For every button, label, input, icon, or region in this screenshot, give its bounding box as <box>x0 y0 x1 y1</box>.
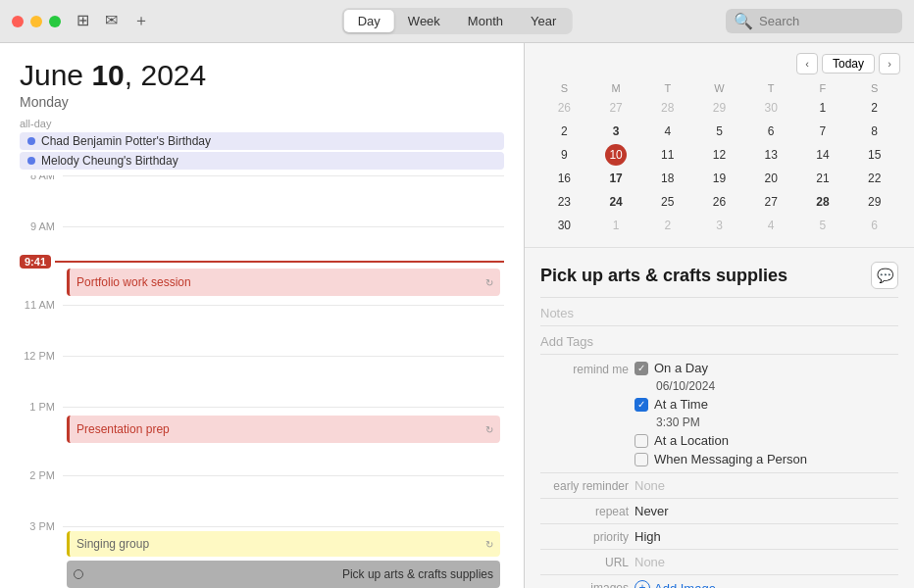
at-a-time-value: 3:30 PM <box>656 416 700 429</box>
priority-label: priority <box>540 530 629 544</box>
remind-at-a-location[interactable]: At a Location <box>635 433 898 448</box>
view-year-button[interactable]: Year <box>517 10 570 32</box>
detail-title: Pick up arts & crafts supplies <box>540 266 787 286</box>
cal-cell[interactable]: 26 <box>693 190 745 214</box>
cal-cell[interactable]: 2 <box>848 96 900 120</box>
cal-cell[interactable]: 6 <box>848 214 900 237</box>
cal-cell[interactable]: 29 <box>848 190 900 214</box>
time-line-11am <box>63 305 504 356</box>
mini-cal-header: ‹ Today › <box>538 53 900 74</box>
cal-cell[interactable]: 27 <box>745 190 797 214</box>
at-a-location-checkbox[interactable] <box>635 434 648 448</box>
cal-cell[interactable]: 7 <box>797 120 849 143</box>
cal-cell[interactable]: 5 <box>797 214 849 237</box>
titlebar-icons: ⊞ ✉ ＋ <box>76 11 149 31</box>
cal-cell[interactable]: 19 <box>693 167 745 190</box>
cal-cell[interactable]: 6 <box>745 120 797 143</box>
remind-when-messaging[interactable]: When Messaging a Person <box>635 452 898 466</box>
view-day-button[interactable]: Day <box>344 10 394 32</box>
event-singing[interactable]: Singing group ↻ <box>67 531 500 557</box>
time-grid: 8 AM 9 AM 9:41 Portfolio work session ↻ <box>0 175 524 588</box>
note-icon-button[interactable]: 💬 <box>871 262 898 289</box>
sidebar-icon[interactable]: ⊞ <box>76 11 89 31</box>
cal-cell[interactable]: 27 <box>590 96 642 120</box>
cal-cell[interactable]: 11 <box>641 143 693 167</box>
tags-field[interactable]: Add Tags <box>540 325 898 354</box>
repeat-icon: ↻ <box>485 539 493 550</box>
add-image-button[interactable]: + Add Image... <box>635 580 727 588</box>
time-label-9am: 9 AM <box>20 220 55 232</box>
on-a-day-checkbox[interactable]: ✓ <box>635 362 648 375</box>
close-button[interactable] <box>12 16 24 27</box>
all-day-event-1[interactable]: Melody Cheung's Birthday <box>20 152 504 170</box>
cal-cell[interactable]: 12 <box>693 143 745 167</box>
cal-cell[interactable]: 1 <box>590 214 642 237</box>
next-month-button[interactable]: › <box>879 53 900 74</box>
cal-cell[interactable]: 30 <box>745 96 797 120</box>
cal-cell[interactable]: 8 <box>848 120 900 143</box>
time-row-12pm: 12 PM <box>20 356 504 407</box>
remind-label: remind me <box>540 361 629 376</box>
event-singing-title: Singing group <box>76 537 149 551</box>
cal-cell[interactable]: 23 <box>538 190 590 214</box>
cal-cell[interactable]: 9 <box>538 143 590 167</box>
task-circle <box>74 569 83 579</box>
cal-cell[interactable]: 15 <box>848 143 900 167</box>
notes-field[interactable]: Notes <box>540 297 898 325</box>
cal-cell[interactable]: 17 <box>590 167 642 190</box>
repeat-value[interactable]: Never <box>635 504 669 518</box>
view-week-button[interactable]: Week <box>394 10 454 32</box>
remind-on-a-day[interactable]: ✓ On a Day <box>635 361 898 375</box>
event-presentation[interactable]: Presentation prep ↻ <box>67 416 500 443</box>
minimize-button[interactable] <box>30 16 42 27</box>
day-header-s2: S <box>848 80 900 96</box>
inbox-icon[interactable]: ✉ <box>105 11 118 31</box>
cal-cell[interactable]: 21 <box>797 167 849 190</box>
cal-cell[interactable]: 14 <box>797 143 849 167</box>
cal-cell[interactable]: 28 <box>797 190 849 214</box>
cal-cell[interactable]: 2 <box>641 214 693 237</box>
event-portfolio[interactable]: Portfolio work session ↻ <box>67 269 500 296</box>
cal-cell[interactable]: 26 <box>538 96 590 120</box>
early-reminder-value[interactable]: None <box>635 478 665 493</box>
cal-cell[interactable]: 24 <box>590 190 642 214</box>
search-icon: 🔍 <box>734 12 753 30</box>
prev-month-button[interactable]: ‹ <box>796 53 818 74</box>
cal-cell[interactable]: 4 <box>745 214 797 237</box>
url-value[interactable]: None <box>635 555 665 569</box>
time-line-2pm <box>63 475 504 526</box>
cal-cell[interactable]: 16 <box>538 167 590 190</box>
cal-cell[interactable]: 18 <box>641 167 693 190</box>
priority-value[interactable]: High <box>635 529 661 544</box>
cal-cell[interactable]: 1 <box>797 96 849 120</box>
titlebar: ⊞ ✉ ＋ Day Week Month Year 🔍 <box>0 0 914 43</box>
search-input[interactable] <box>759 14 894 28</box>
cal-cell[interactable]: 20 <box>745 167 797 190</box>
cal-cell[interactable]: 3 <box>693 214 745 237</box>
cal-cell[interactable]: 22 <box>848 167 900 190</box>
cal-cell[interactable]: 5 <box>693 120 745 143</box>
remind-at-a-time[interactable]: ✓ At a Time <box>635 397 898 412</box>
remind-options: ✓ On a Day 06/10/2024 ✓ At a Time 3:30 <box>635 361 898 466</box>
cal-cell[interactable]: 30 <box>538 214 590 237</box>
at-a-time-checkbox[interactable]: ✓ <box>635 398 648 412</box>
cal-cell[interactable]: 13 <box>745 143 797 167</box>
cal-cell[interactable]: 28 <box>641 96 693 120</box>
view-month-button[interactable]: Month <box>454 10 517 32</box>
images-row: images + Add Image... <box>540 574 898 588</box>
today-button[interactable]: Today <box>822 54 875 74</box>
cal-cell-today[interactable]: 10 <box>605 144 627 166</box>
time-label-8am: 8 AM <box>20 175 55 181</box>
event-pickup[interactable]: Pick up arts & crafts supplies <box>67 561 500 588</box>
cal-cell[interactable]: 3 <box>590 120 642 143</box>
repeat-icon: ↻ <box>485 277 493 288</box>
search-bar[interactable]: 🔍 <box>726 9 902 33</box>
all-day-event-0[interactable]: Chad Benjamin Potter's Birthday <box>20 132 504 150</box>
cal-cell[interactable]: 2 <box>538 120 590 143</box>
cal-cell[interactable]: 29 <box>693 96 745 120</box>
when-messaging-checkbox[interactable] <box>635 453 648 466</box>
maximize-button[interactable] <box>49 16 61 27</box>
cal-cell[interactable]: 25 <box>641 190 693 214</box>
cal-cell[interactable]: 4 <box>641 120 693 143</box>
add-icon[interactable]: ＋ <box>133 11 149 31</box>
